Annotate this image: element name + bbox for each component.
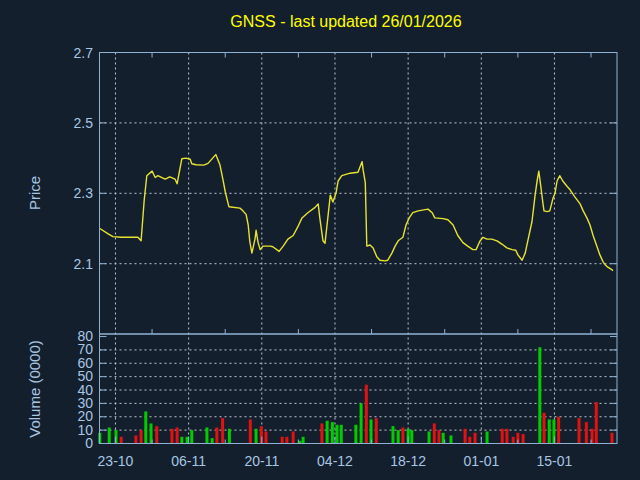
volume-bar	[228, 429, 231, 444]
volume-bar	[186, 437, 189, 444]
volume-bar	[375, 418, 378, 443]
volume-bar	[370, 419, 373, 443]
volume-bar	[221, 418, 224, 443]
date-tick-label: 15-01	[537, 453, 573, 469]
volume-bar	[281, 437, 284, 444]
volume-bar	[486, 431, 489, 443]
volume-bar	[354, 425, 357, 444]
volume-bar	[144, 411, 147, 443]
volume-bar	[522, 434, 525, 443]
volume-bar	[464, 429, 467, 444]
volume-bar	[543, 413, 546, 444]
volume-bar	[326, 421, 329, 444]
volume-bar	[331, 422, 334, 443]
chart-title: GNSS - last updated 26/01/2026	[230, 13, 461, 30]
volume-bar	[176, 427, 179, 443]
volume-bar	[215, 427, 218, 443]
volume-tick-label: 80	[77, 328, 93, 344]
volume-bar	[410, 430, 413, 443]
volume-bar	[336, 425, 339, 444]
volume-bar	[120, 437, 123, 444]
volume-bar	[397, 430, 400, 443]
price-tick-label: 2.5	[74, 115, 94, 131]
price-line	[100, 155, 613, 271]
date-tick-label: 18-12	[390, 453, 426, 469]
volume-bar	[442, 433, 445, 444]
date-tick-label: 23-10	[98, 453, 134, 469]
date-tick-label: 04-12	[317, 453, 353, 469]
stock-chart-canvas: GNSS - last updated 26/01/2026 Price Vol…	[0, 0, 640, 480]
volume-bar	[190, 430, 193, 443]
volume-bar	[320, 423, 323, 443]
volume-bar	[468, 437, 471, 444]
volume-bar	[211, 438, 214, 443]
chart-window: GNSS - last updated 26/01/2026 Price Vol…	[0, 0, 640, 480]
volume-bar	[249, 419, 252, 443]
price-tick-label: 2.1	[74, 256, 94, 272]
volume-bar	[552, 419, 555, 443]
volume-bar	[264, 431, 267, 443]
volume-bar	[449, 435, 452, 443]
volume-bar	[557, 417, 560, 444]
volume-bar	[437, 430, 440, 443]
price-tick-label: 2.3	[74, 185, 94, 201]
volume-bar	[595, 402, 598, 443]
price-panel-border	[100, 53, 618, 335]
price-axis-label: Price	[26, 176, 43, 210]
date-tick-label: 01-01	[463, 453, 499, 469]
volume-bar	[548, 419, 551, 443]
volume-bar	[302, 437, 305, 444]
volume-bar	[610, 433, 613, 444]
volume-bar	[134, 435, 137, 443]
volume-bar	[585, 422, 588, 443]
volume-bar	[108, 427, 111, 443]
volume-bar	[260, 426, 263, 443]
volume-axis-label: Volume (0000)	[26, 340, 43, 438]
volume-bar	[501, 429, 504, 444]
volume-bar	[578, 418, 581, 443]
volume-bar	[340, 425, 343, 444]
volume-bar	[538, 347, 541, 443]
price-tick-label: 2.7	[74, 45, 94, 61]
date-tick-label: 20-11	[244, 453, 279, 469]
volume-bar	[391, 426, 394, 443]
date-tick-label: 06-11	[171, 453, 206, 469]
volume-bar	[180, 437, 183, 444]
volume-bar	[255, 429, 258, 444]
volume-bar	[140, 430, 143, 443]
volume-bar	[505, 429, 508, 444]
volume-bar	[170, 429, 173, 444]
volume-bar	[474, 433, 477, 444]
volume-bar	[205, 427, 208, 443]
volume-bar	[155, 426, 158, 443]
volume-bar	[428, 431, 431, 443]
volume-bar	[285, 437, 288, 444]
volume-bar	[365, 385, 368, 444]
volume-bar	[512, 437, 515, 444]
volume-bar	[292, 431, 295, 443]
volume-bar	[401, 427, 404, 443]
volume-bar	[360, 403, 363, 443]
volume-bar	[115, 430, 118, 443]
volume-bar	[433, 423, 436, 443]
